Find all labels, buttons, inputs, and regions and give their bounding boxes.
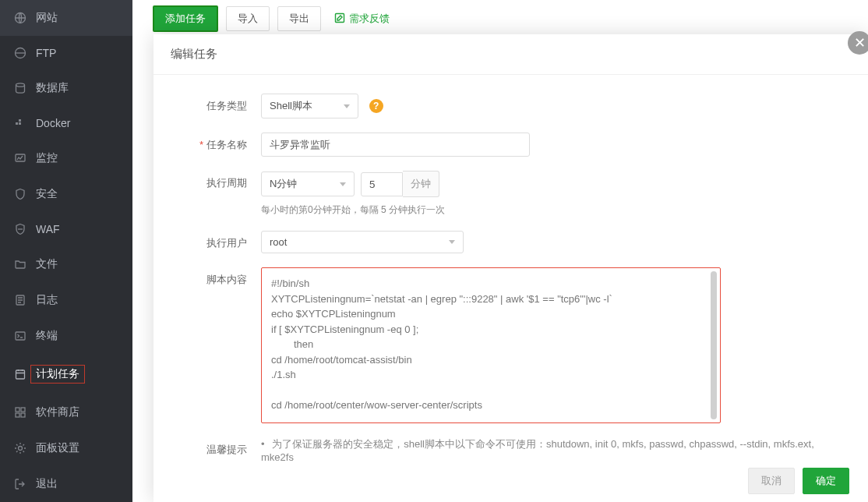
log-icon	[14, 294, 26, 306]
sidebar-item-appstore[interactable]: 软件商店	[0, 394, 132, 430]
monitor-icon	[14, 152, 26, 164]
sidebar-item-database[interactable]: 数据库	[0, 70, 132, 106]
modal-footer: 取消 确定	[729, 460, 868, 502]
cycle-mode-select[interactable]: N分钟	[261, 171, 355, 196]
script-textarea[interactable]: #!/bin/sh XYTCPListeningnum=`netstat -an…	[261, 267, 721, 423]
modal-title: 编辑任务	[153, 34, 868, 75]
svg-rect-8	[16, 332, 25, 340]
cycle-hint: 每小时的第0分钟开始，每隔 5 分钟执行一次	[261, 203, 845, 217]
svg-point-2	[16, 83, 25, 87]
modal-body: 任务类型 Shell脚本 ? *任务名称 执行周期 N分钟 分钟	[153, 75, 868, 483]
exec-user-value: root	[270, 236, 287, 248]
shield-icon	[14, 188, 26, 200]
docker-icon	[14, 117, 26, 129]
task-type-value: Shell脚本	[270, 99, 312, 113]
exec-cycle-label: 执行周期	[177, 171, 247, 190]
script-content: #!/bin/sh XYTCPListeningnum=`netstat -an…	[271, 276, 711, 415]
logout-icon	[14, 478, 26, 490]
scrollbar[interactable]	[711, 271, 717, 419]
sidebar: 网站 FTP 数据库 Docker 监控 安全 WAF 文件 日志 终端 计划任…	[0, 0, 132, 502]
exec-user-label: 执行用户	[177, 231, 247, 250]
globe-icon	[14, 12, 26, 24]
svg-rect-11	[21, 408, 25, 412]
gear-icon	[14, 442, 26, 454]
edit-icon	[333, 12, 346, 27]
ok-button[interactable]: 确定	[803, 468, 849, 494]
svg-rect-9	[16, 370, 25, 379]
calendar-icon	[14, 368, 26, 380]
topbar: 添加任务 导入 导出 需求反馈	[132, 0, 868, 37]
svg-rect-13	[21, 413, 25, 417]
sidebar-item-label: 网站	[36, 11, 58, 25]
task-type-select[interactable]: Shell脚本	[261, 94, 358, 118]
sidebar-item-website[interactable]: 网站	[0, 0, 132, 36]
sidebar-item-label: 数据库	[36, 81, 69, 95]
svg-point-14	[19, 447, 23, 451]
sidebar-item-ftp[interactable]: FTP	[0, 36, 132, 70]
task-name-label: *任务名称	[177, 133, 247, 152]
task-type-label: 任务类型	[177, 94, 247, 113]
svg-rect-15	[336, 13, 344, 22]
sidebar-item-label: WAF	[36, 223, 60, 235]
grid-icon	[14, 406, 26, 419]
sidebar-item-files[interactable]: 文件	[0, 246, 132, 282]
sidebar-item-label: Docker	[36, 117, 70, 129]
sidebar-item-label: 监控	[36, 151, 58, 165]
export-button[interactable]: 导出	[277, 6, 321, 31]
sidebar-item-label: 面板设置	[36, 441, 79, 455]
tip-label: 温馨提示	[177, 437, 247, 457]
import-button[interactable]: 导入	[226, 6, 270, 31]
sidebar-item-settings[interactable]: 面板设置	[0, 430, 132, 466]
sidebar-item-label: 软件商店	[36, 405, 79, 419]
cancel-button[interactable]: 取消	[748, 468, 795, 494]
sidebar-item-waf[interactable]: WAF	[0, 212, 132, 246]
feedback-link[interactable]: 需求反馈	[333, 12, 390, 27]
sidebar-item-cron[interactable]: 计划任务	[0, 354, 132, 394]
close-button[interactable]: ✕	[848, 31, 868, 55]
sidebar-item-label: 安全	[36, 187, 58, 201]
svg-rect-6	[16, 154, 25, 161]
task-name-input[interactable]	[261, 133, 530, 157]
ftp-icon	[14, 47, 26, 59]
sidebar-item-label: 文件	[36, 257, 58, 271]
exec-user-select[interactable]: root	[261, 231, 464, 253]
sidebar-item-security[interactable]: 安全	[0, 176, 132, 212]
sidebar-item-terminal[interactable]: 终端	[0, 318, 132, 354]
database-icon	[14, 82, 26, 94]
sidebar-item-label: 日志	[36, 293, 58, 307]
svg-rect-5	[19, 119, 21, 122]
help-icon[interactable]: ?	[369, 99, 383, 113]
edit-task-modal: ✕ 编辑任务 任务类型 Shell脚本 ? *任务名称 执行周期 N分钟	[153, 34, 868, 502]
sidebar-item-logs[interactable]: 日志	[0, 282, 132, 318]
sidebar-item-label: 退出	[36, 477, 58, 491]
feedback-label: 需求反馈	[349, 12, 390, 26]
svg-rect-3	[16, 122, 18, 125]
svg-rect-12	[16, 413, 19, 417]
sidebar-item-label: FTP	[36, 47, 56, 59]
svg-rect-10	[16, 408, 19, 412]
cycle-number-input[interactable]	[361, 172, 403, 196]
sidebar-item-monitor[interactable]: 监控	[0, 140, 132, 176]
sidebar-item-logout[interactable]: 退出	[0, 466, 132, 502]
sidebar-item-label: 终端	[36, 329, 58, 343]
folder-icon	[14, 258, 26, 270]
sidebar-item-docker[interactable]: Docker	[0, 106, 132, 140]
add-task-button[interactable]: 添加任务	[153, 5, 218, 32]
cycle-unit: 分钟	[403, 171, 439, 197]
sidebar-item-label: 计划任务	[30, 365, 85, 384]
cycle-mode-value: N分钟	[270, 177, 297, 191]
close-icon: ✕	[854, 34, 866, 51]
script-label: 脚本内容	[177, 267, 247, 287]
svg-rect-4	[19, 122, 21, 125]
terminal-icon	[14, 330, 26, 342]
bullet-icon: •	[261, 438, 265, 450]
waf-icon	[14, 223, 26, 235]
